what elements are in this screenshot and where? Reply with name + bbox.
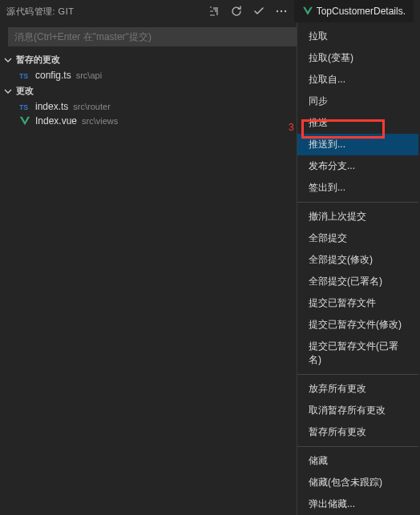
typescript-file-icon: TS [19,70,30,81]
refresh-icon[interactable] [230,5,243,18]
tab-filename: TopCustomerDetails. [317,6,406,17]
menu-stash[interactable]: 储藏 [297,450,418,472]
file-path: src\views [82,116,118,126]
git-context-menu: 拉取 拉取(变基) 拉取自... 同步 推送 推送到... 发布分支... 签出… [297,22,418,515]
annotation-label: 3 [289,122,294,133]
menu-stage-all[interactable]: 暂存所有更改 [297,421,418,443]
menu-commit-staged-amend[interactable]: 提交已暂存文件(修改) [297,314,418,336]
menu-separator [297,374,418,375]
view-list-icon[interactable] [208,5,220,18]
file-name: index.ts [35,101,68,112]
svg-point-2 [284,10,285,12]
menu-undo-last-commit[interactable]: 撤消上次提交 [297,206,418,227]
svg-point-0 [276,10,277,12]
menu-pull-from[interactable]: 拉取自... [297,69,418,91]
vue-file-icon [19,115,30,127]
more-actions-icon[interactable] [275,5,288,18]
menu-commit-all-amend[interactable]: 全部提交(修改) [297,249,418,271]
menu-pop-stash[interactable]: 弹出储藏... [297,493,418,515]
chevron-down-icon [3,55,13,65]
menu-commit-staged[interactable]: 提交已暂存文件 [297,292,418,314]
menu-separator [297,202,418,203]
menu-discard-all[interactable]: 放弃所有更改 [297,378,418,400]
menu-pull-rebase[interactable]: 拉取(变基) [297,47,418,69]
file-name: config.ts [35,70,71,81]
changes-label: 更改 [16,85,34,97]
menu-sync[interactable]: 同步 [297,91,418,112]
menu-publish-branch[interactable]: 发布分支... [297,155,418,177]
file-path: src\api [76,70,102,80]
menu-checkout-to[interactable]: 签出到... [297,177,418,199]
menu-commit-all[interactable]: 全部提交 [297,227,418,249]
menu-commit-all-signed[interactable]: 全部提交(已署名) [297,271,418,292]
svg-point-1 [280,10,281,12]
menu-unstage-all[interactable]: 取消暂存所有更改 [297,400,418,421]
file-path: src\router [73,102,110,111]
typescript-file-icon: TS [19,101,30,112]
menu-pull[interactable]: 拉取 [297,26,418,47]
editor-tab[interactable]: TopCustomerDetails. [294,0,414,22]
svg-text:TS: TS [19,72,28,80]
chevron-down-icon [3,87,13,96]
menu-push-to[interactable]: 推送到... [297,134,418,155]
menu-separator [297,446,418,447]
staged-label: 暂存的更改 [16,54,60,66]
file-name: Index.vue [35,115,77,127]
vue-file-icon [302,6,313,17]
menu-push[interactable]: 推送 [297,112,418,134]
menu-commit-staged-signed[interactable]: 提交已暂存文件(已署名) [297,336,418,371]
svg-text:TS: TS [19,103,28,111]
scm-title: 源代码管理: GIT [6,6,208,18]
scm-header: 源代码管理: GIT TopCustomerDetails. [0,0,420,22]
menu-stash-untracked[interactable]: 储藏(包含未跟踪) [297,472,418,493]
commit-check-icon[interactable] [252,5,265,18]
